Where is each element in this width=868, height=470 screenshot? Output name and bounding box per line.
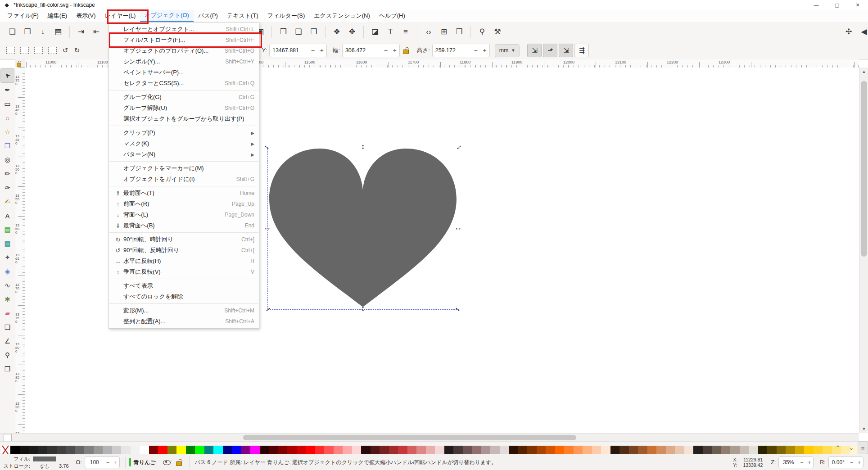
text-dialog-button[interactable]: T <box>383 25 398 39</box>
menu-item-17[interactable]: オブジェクトをガイドに(I)Shift+G <box>109 174 259 185</box>
palette-swatch[interactable] <box>426 446 435 454</box>
stroke-width[interactable]: 3.76 <box>59 463 68 469</box>
rectangle-tool[interactable]: ▭ <box>1 97 14 111</box>
open-button[interactable]: ❒ <box>20 25 35 39</box>
palette-swatch[interactable] <box>260 446 269 454</box>
lock-ratio-icon[interactable] <box>403 50 409 54</box>
palette-swatch[interactable] <box>574 446 583 454</box>
fill-stroke-dialog-button[interactable]: ◪ <box>367 25 383 39</box>
menubar-item-8[interactable]: フィルター(S) <box>263 10 310 22</box>
palette-swatch[interactable] <box>472 446 481 454</box>
scale-handle-top[interactable]: ↕ <box>358 142 367 151</box>
menu-item-2[interactable]: フィル/ストローク(F)...Shift+Ctrl+F <box>109 35 259 45</box>
palette-scroll-down-icon[interactable]: ⌄ <box>845 442 858 453</box>
menu-item-27[interactable]: ↕垂直に反転(V)V <box>109 267 259 277</box>
palette-swatch[interactable] <box>223 446 232 454</box>
palette-swatch[interactable] <box>324 446 334 454</box>
palette-swatch[interactable] <box>103 446 112 454</box>
tweak-tool[interactable]: ∿ <box>1 279 14 292</box>
palette-swatch[interactable] <box>610 446 620 454</box>
palette-swatch[interactable] <box>131 446 140 454</box>
ungroup-button[interactable]: ✥ <box>344 25 360 39</box>
close-button[interactable]: ✕ <box>847 0 868 10</box>
palette-swatch[interactable] <box>121 446 131 454</box>
scale-gradient-toggle[interactable]: ⇲ <box>559 44 573 57</box>
palette-swatch[interactable] <box>186 446 195 454</box>
palette-swatch[interactable] <box>721 446 731 454</box>
scroll-down-icon[interactable]: ▼ <box>859 425 868 433</box>
vertical-ruler[interactable]: 1335013400134501350013550136001365013700… <box>15 68 25 433</box>
align-dialog-button[interactable]: ⊞ <box>436 25 452 39</box>
palette-swatch[interactable] <box>712 446 721 454</box>
height-field[interactable]: 259.172−+ <box>432 44 490 57</box>
node-tool[interactable]: ✒ <box>1 83 14 97</box>
mesh-tool[interactable]: ▦ <box>1 237 14 250</box>
menu-item-6[interactable]: セレクターとCSS(S)...Shift+Ctrl+Q <box>109 78 259 89</box>
menu-item-20[interactable]: ↑前面へ(R)Page_Up <box>109 199 259 209</box>
vertical-scrollbar-thumb[interactable] <box>861 81 867 257</box>
palette-swatch[interactable] <box>352 446 362 454</box>
menu-item-16[interactable]: オブジェクトをマーカーに(M) <box>109 163 259 174</box>
menu-item-14[interactable]: パターン(N)▶ <box>109 149 259 160</box>
palette-swatch[interactable] <box>389 446 398 454</box>
palette-swatch[interactable] <box>684 446 694 454</box>
menu-item-30[interactable]: すべてのロックを解除 <box>109 291 259 302</box>
paste-button[interactable]: ❑ <box>291 25 306 39</box>
menubar-item-9[interactable]: エクステンション(N) <box>309 10 374 22</box>
cms-toggle-icon[interactable] <box>4 434 12 441</box>
palette-swatch[interactable] <box>592 446 601 454</box>
document-properties-button[interactable]: ❒ <box>452 25 467 39</box>
palette-swatch[interactable] <box>601 446 610 454</box>
scale-handle-left[interactable]: ↔ <box>263 223 272 232</box>
palette-swatch[interactable] <box>343 446 352 454</box>
save-button[interactable]: ↓ <box>35 25 50 39</box>
menu-item-26[interactable]: ↔水平に反転(H)H <box>109 256 259 267</box>
zoom-field[interactable]: 35%−+ <box>778 456 814 468</box>
vertical-scrollbar[interactable]: ▲ ▼ <box>859 68 868 433</box>
palette-swatch[interactable] <box>444 446 454 454</box>
select-all-layers-icon[interactable] <box>20 47 29 54</box>
menu-item-5[interactable]: ペイントサーバー(P)... <box>109 67 259 78</box>
palette-swatch[interactable] <box>823 446 832 454</box>
measure-tool[interactable]: ∠ <box>1 334 14 348</box>
palette-swatch[interactable] <box>564 446 574 454</box>
menu-item-13[interactable]: マスク(K)▶ <box>109 138 259 149</box>
dropper-tool[interactable]: ✦ <box>1 251 14 264</box>
rotation-field[interactable]: 0.00°−+ <box>828 456 863 468</box>
ellipse-tool[interactable]: ○ <box>1 111 14 125</box>
palette-swatch[interactable] <box>94 446 103 454</box>
horizontal-scrollbar-thumb[interactable] <box>243 435 576 440</box>
palette-swatch[interactable] <box>269 446 278 454</box>
palette-swatch[interactable] <box>241 446 251 454</box>
palette-swatch[interactable] <box>75 446 85 454</box>
palette-swatch[interactable] <box>777 446 786 454</box>
palette-swatch[interactable] <box>10 446 20 454</box>
layer-visibility-icon[interactable] <box>163 460 171 465</box>
palette-swatch[interactable] <box>407 446 417 454</box>
minimize-button[interactable]: — <box>806 0 827 10</box>
gradient-tool[interactable]: ▤ <box>1 223 14 236</box>
menu-item-8[interactable]: グループ化(G)Ctrl+G <box>109 92 259 103</box>
pencil-tool[interactable]: ✏ <box>1 167 14 181</box>
palette-swatch[interactable] <box>758 446 768 454</box>
scale-stroke-toggle[interactable]: ⇲ <box>527 44 542 57</box>
palette-swatch[interactable] <box>149 446 158 454</box>
palette-swatch[interactable] <box>804 446 814 454</box>
palette-swatch[interactable] <box>278 446 288 454</box>
palette-swatch[interactable] <box>250 446 260 454</box>
palette-swatch[interactable] <box>29 446 38 454</box>
menu-item-3[interactable]: オブジェクトのプロパティ(O)...Shift+Ctrl+O <box>109 45 259 56</box>
calligraphy-tool[interactable]: ✍ <box>1 195 14 208</box>
palette-swatch[interactable] <box>361 446 371 454</box>
collapse-toolbar-button[interactable]: ◀ <box>856 25 868 39</box>
menubar-item-3[interactable]: 表示(V) <box>72 10 100 22</box>
palette-swatch[interactable] <box>232 446 241 454</box>
menu-item-21[interactable]: ↓背面へ(L)Page_Down <box>109 209 259 220</box>
stroke-value[interactable]: なし <box>33 463 56 470</box>
palette-swatch[interactable] <box>675 446 684 454</box>
menu-item-10[interactable]: 選択オブジェクトをグループから取り出す(P) <box>109 113 259 124</box>
eraser-tool[interactable]: ▰ <box>1 307 14 320</box>
scale-pattern-toggle[interactable]: ⇶ <box>574 44 589 57</box>
y-field[interactable]: 13467.881−+ <box>269 44 327 57</box>
star-tool[interactable]: ☆ <box>1 125 14 139</box>
